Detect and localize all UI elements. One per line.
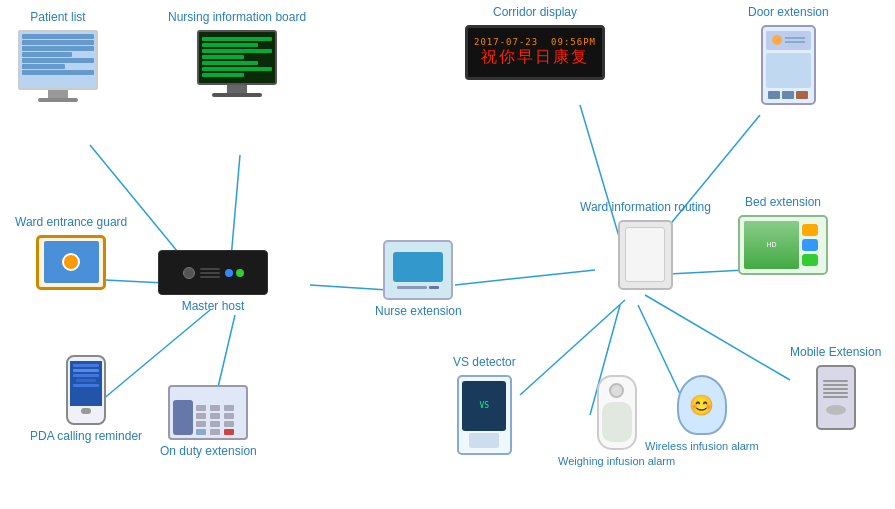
corridor-display-image: 2017-07-23 09:56PM 祝你早日康复 <box>465 25 605 80</box>
master-host-node: Master host <box>158 250 268 315</box>
wireless-infusion-device: 😊 <box>677 375 727 435</box>
bed-extension-node: Bed extension HD <box>738 195 828 275</box>
on-duty-image <box>168 385 248 440</box>
patient-list-label: Patient list <box>30 10 85 26</box>
on-duty-node: On duty extension <box>160 385 257 460</box>
bed-extension-label: Bed extension <box>745 195 821 211</box>
nursing-board-device <box>197 30 277 85</box>
mobile-extension-device <box>816 365 856 430</box>
ward-entrance-image <box>36 235 106 290</box>
patient-list-node: Patient list <box>18 10 98 102</box>
patient-monitor-device <box>18 30 98 90</box>
on-duty-device <box>168 385 248 440</box>
mobile-extension-image <box>816 365 856 430</box>
nursing-board-label: Nursing information board <box>168 10 306 26</box>
bed-extension-device: HD <box>738 215 828 275</box>
vs-detector-label: VS detector <box>453 355 516 371</box>
nursing-board-image <box>197 30 277 97</box>
diagram-container: Patient list Nursing information board <box>0 0 895 509</box>
bed-extension-image: HD <box>738 215 828 275</box>
ward-routing-device <box>618 220 673 290</box>
vs-detector-image: VS <box>457 375 512 455</box>
pda-calling-label: PDA calling reminder <box>30 429 142 445</box>
nurse-extension-node: Nurse extension <box>375 240 462 320</box>
pda-calling-device <box>66 355 106 425</box>
weighing-infusion-label: Weighing infusion alarm <box>558 454 675 468</box>
corridor-text: 祝你早日康复 <box>481 47 589 68</box>
weighing-infusion-device <box>597 375 637 450</box>
mobile-extension-label: Mobile Extension <box>790 345 881 361</box>
master-host-image <box>158 250 268 295</box>
wireless-infusion-node: 😊 Wireless infusion alarm <box>645 375 759 453</box>
wireless-infusion-image: 😊 <box>677 375 727 435</box>
patient-list-image <box>18 30 98 102</box>
vs-detector-device: VS <box>457 375 512 455</box>
corridor-display-device: 2017-07-23 09:56PM 祝你早日康复 <box>465 25 605 80</box>
corridor-display-label: Corridor display <box>493 5 577 21</box>
corridor-time: 2017-07-23 09:56PM <box>474 37 596 47</box>
wireless-infusion-label: Wireless infusion alarm <box>645 439 759 453</box>
nurse-extension-image <box>383 240 453 300</box>
mobile-extension-node: Mobile Extension <box>790 345 881 430</box>
door-extension-node: Door extension <box>748 5 829 105</box>
on-duty-label: On duty extension <box>160 444 257 460</box>
svg-line-13 <box>645 295 790 380</box>
ward-entrance-label: Ward entrance guard <box>15 215 127 231</box>
pda-calling-node: PDA calling reminder <box>30 355 142 445</box>
ward-entrance-node: Ward entrance guard <box>15 215 127 290</box>
door-extension-image <box>761 25 816 105</box>
door-extension-label: Door extension <box>748 5 829 21</box>
master-host-label: Master host <box>182 299 245 315</box>
ward-entrance-device <box>36 235 106 290</box>
corridor-display-node: Corridor display 2017-07-23 09:56PM 祝你早日… <box>465 5 605 80</box>
nursing-board-node: Nursing information board <box>168 10 306 97</box>
ward-routing-image <box>618 220 673 290</box>
ward-routing-node: Ward information routing <box>580 200 711 290</box>
vs-detector-node: VS detector VS <box>453 355 516 455</box>
nurse-extension-label: Nurse extension <box>375 304 462 320</box>
door-extension-device <box>761 25 816 105</box>
pda-calling-image <box>66 355 106 425</box>
ward-routing-label: Ward information routing <box>580 200 711 216</box>
svg-line-6 <box>455 270 595 285</box>
master-host-device <box>158 250 268 295</box>
nurse-extension-device <box>383 240 453 300</box>
weighing-infusion-image <box>597 375 637 450</box>
